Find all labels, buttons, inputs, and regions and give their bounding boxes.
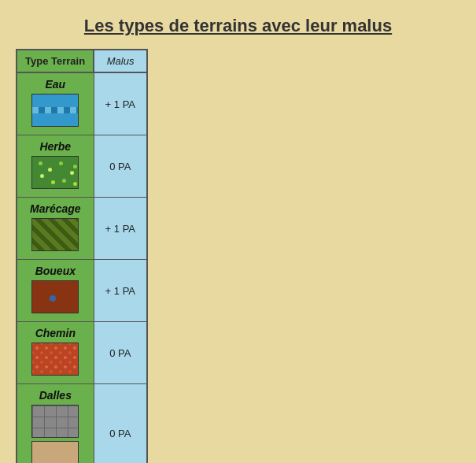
terrain-name-herbe: Herbe [17,135,94,198]
table-row: Chemin 0 PA [17,322,147,384]
type-terrain-header: Type Terrain [17,50,94,72]
table-row: Marécage + 1 PA [17,198,147,260]
malus-value-chemin: 0 PA [94,322,147,384]
terrain-name-chemin: Chemin [17,322,94,384]
terrain-name-boueux: Boueux [17,260,94,322]
terrain-image-eau [31,94,79,127]
terrain-image-boueux [31,280,79,313]
terrain-table: Type Terrain Malus Eau + 1 PA Herbe [16,49,148,463]
terrain-name-marecage: Marécage [17,198,94,260]
malus-value-herbe: 0 PA [94,135,147,198]
malus-value-dalles: 0 PA [94,384,147,464]
table-row: Eau + 1 PA [17,72,147,135]
terrain-name-dalles: Dalles [17,384,94,464]
table-row: Herbe 0 PA [17,135,147,198]
malus-value-marecage: + 1 PA [94,198,147,260]
table-row: Boueux + 1 PA [17,260,147,322]
malus-value-eau: + 1 PA [94,72,147,135]
terrain-image-dalles [31,405,79,438]
terrain-image-gravier [31,441,79,463]
malus-value-boueux: + 1 PA [94,260,147,322]
terrain-image-chemin [31,343,79,376]
table-row: Dalles 0 PA [17,384,147,464]
terrain-image-marecage [31,218,79,251]
terrain-name-eau: Eau [17,72,94,135]
terrain-image-herbe [31,156,79,189]
malus-header: Malus [94,50,147,72]
page-title: Les types de terrains avec leur malus [16,16,460,36]
